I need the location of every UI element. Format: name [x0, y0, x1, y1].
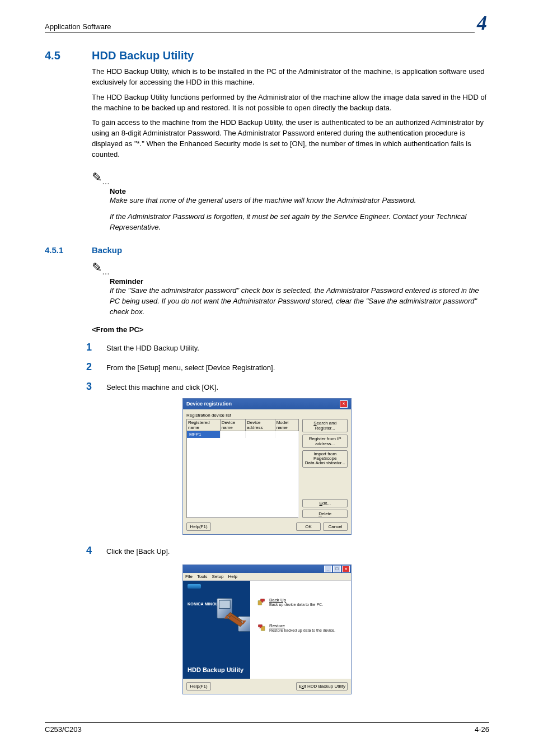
- maximize-icon[interactable]: □: [333, 566, 341, 572]
- step-text: Select this machine and click [OK].: [106, 383, 218, 391]
- backup-action[interactable]: Back Up Back up device data to the PC.: [257, 598, 345, 606]
- dialog-title: Device registration: [186, 401, 232, 407]
- step-number: 3: [86, 381, 96, 393]
- menu-tools[interactable]: Tools: [197, 574, 208, 579]
- exit-button[interactable]: Exit HDD Backup Utility: [296, 682, 348, 690]
- step-number: 1: [86, 342, 96, 353]
- delete-button[interactable]: Delete: [302, 510, 348, 518]
- backup-desc: Back up device data to the PC.: [269, 603, 323, 606]
- device-list-table[interactable]: Registered name Device name Device addre…: [186, 419, 299, 518]
- reminder-label: Reminder: [110, 277, 489, 286]
- footer-page: 4-26: [475, 725, 489, 734]
- step-text: Start the HDD Backup Utility.: [106, 344, 199, 352]
- procedure-label: <From the PC>: [92, 325, 489, 334]
- restore-desc: Restore backed up data to the device.: [269, 628, 335, 632]
- reminder-body: If the "Save the administrator password"…: [110, 286, 489, 318]
- note-icon: ✎…: [92, 170, 111, 186]
- menu-file[interactable]: File: [185, 574, 193, 579]
- footer-model: C253/C203: [45, 725, 82, 734]
- note-body-1: Make sure that none of the general users…: [110, 195, 489, 206]
- note-body-2: If the Administrator Password is forgott…: [110, 212, 489, 233]
- section-title: HDD Backup Utility: [92, 49, 194, 62]
- column-header[interactable]: Device name: [220, 419, 245, 431]
- subsection-title: Backup: [92, 245, 122, 255]
- help-button[interactable]: Help(F1): [186, 682, 211, 690]
- hdd-backup-utility-window: _ □ × File Tools Setup Help KONICA MINOL…: [182, 564, 352, 694]
- subsection-number: 4.5.1: [45, 245, 78, 255]
- restore-icon: [257, 623, 266, 632]
- table-row[interactable]: MFP1: [187, 431, 299, 438]
- section-paragraph-1: The HDD Backup Utility, which is to be i…: [92, 67, 489, 88]
- product-title: HDD Backup Utility: [188, 666, 250, 673]
- brand-logo-stripe: [188, 584, 201, 589]
- running-head: Application Software: [45, 22, 111, 31]
- restore-action[interactable]: Restore Restore backed up data to the de…: [257, 623, 345, 632]
- step-text: Click the [Back Up].: [106, 547, 170, 556]
- selected-cell[interactable]: MFP1: [187, 431, 221, 438]
- search-register-button[interactable]: Search and Register...: [302, 419, 348, 432]
- svg-rect-1: [219, 600, 230, 608]
- section-paragraph-3: To gain access to the machine from the H…: [92, 118, 489, 160]
- cancel-button[interactable]: Cancel: [323, 522, 348, 531]
- backup-icon: [257, 598, 266, 606]
- chapter-number: 4: [475, 11, 489, 35]
- minimize-icon[interactable]: _: [324, 566, 332, 572]
- import-button[interactable]: Import from PageScope Data Administrator…: [302, 450, 348, 468]
- step-number: 2: [86, 361, 96, 373]
- help-button[interactable]: Help(F1): [186, 522, 211, 531]
- close-icon[interactable]: ×: [340, 400, 348, 408]
- group-label: Registration device list: [186, 413, 348, 418]
- menu-help[interactable]: Help: [228, 574, 237, 579]
- section-paragraph-2: The HDD Backup Utility functions perform…: [92, 92, 489, 114]
- register-from-ip-button[interactable]: Register from IP address...: [302, 435, 348, 448]
- backup-graphic-icon: [211, 595, 250, 646]
- column-header[interactable]: Registered name: [187, 419, 221, 431]
- ok-button[interactable]: OK: [296, 522, 321, 531]
- step-number: 4: [86, 545, 96, 557]
- close-icon[interactable]: ×: [342, 566, 350, 572]
- step-text: From the [Setup] menu, select [Device Re…: [106, 363, 275, 372]
- section-number: 4.5: [45, 49, 78, 62]
- column-header[interactable]: Device address: [246, 419, 275, 431]
- device-registration-dialog: Device registration × Registration devic…: [182, 398, 352, 535]
- reminder-icon: ✎…: [92, 260, 111, 276]
- note-label: Note: [110, 187, 489, 195]
- edit-button[interactable]: Edit...: [302, 499, 348, 507]
- menu-setup[interactable]: Setup: [212, 574, 224, 579]
- column-header[interactable]: Model name: [275, 419, 299, 431]
